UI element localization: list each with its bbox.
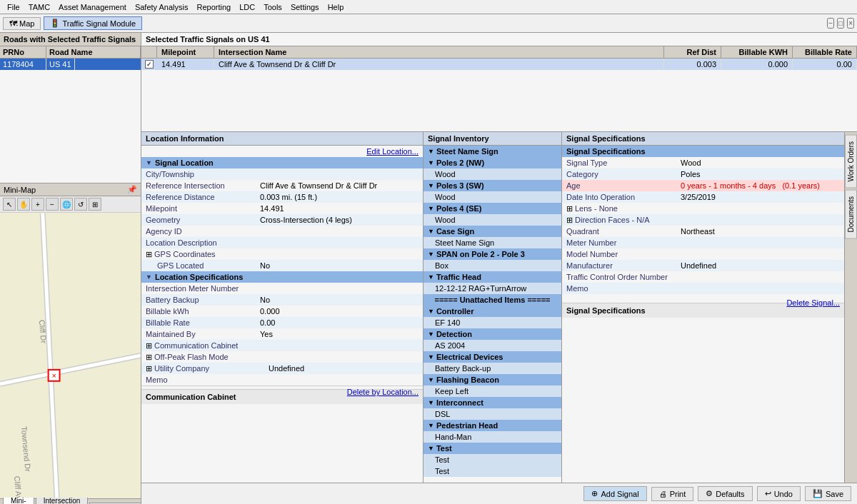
menu-help[interactable]: Help [324,1,349,13]
restore-button[interactable]: □ [837,18,844,29]
inventory-section[interactable]: ▼ Steet Name Sign [424,146,561,157]
edit-location-link[interactable]: Edit Location... [366,147,419,156]
menu-asset-management[interactable]: Asset Management [54,1,131,13]
battery-backup-label: Battery Backup [146,296,260,304]
inventory-item[interactable]: Wood [424,168,561,180]
menu-ldc[interactable]: LDC [235,1,259,13]
inventory-panel-scroll[interactable]: ▼ Steet Name Sign▼ Poles 2 (NW)Wood▼ Pol… [424,146,561,483]
defaults-button[interactable]: ⚙ Defaults [698,486,752,501]
inventory-section[interactable]: ▼ Test [424,443,561,454]
col-refdist: Ref Dist [664,46,721,58]
inventory-item[interactable]: Test [424,465,561,477]
signals-rate: 0.00 [793,59,857,70]
menu-file[interactable]: File [3,1,24,13]
signals-header: Selected Traffic Signals on US 41 [141,33,857,46]
location-specs-section[interactable]: ▼ Location Specifications [141,271,423,283]
undo-icon: ↩ [765,489,771,498]
inventory-item[interactable]: AS 2004 [424,340,561,351]
mini-map-tools: ↖ ✋ + − 🌐 ↺ ⊞ [0,196,141,213]
delete-location-link[interactable]: Delete by Location... [347,388,419,396]
add-signal-button[interactable]: ⊕ Add Signal [583,486,646,501]
roads-row[interactable]: 1178404 US 41 [0,59,141,70]
map-tool-globe[interactable]: 🌐 [60,198,73,211]
signals-checkbox[interactable] [141,59,157,70]
inventory-section[interactable]: ▼ Interconnect [424,397,561,408]
inventory-item[interactable]: Battery Back-up [424,363,561,374]
off-peak-label: Off-Peak Flash Mode [154,353,269,361]
menu-tools[interactable]: Tools [259,1,286,13]
signals-row[interactable]: 14.491 Cliff Ave & Townsend Dr & Cliff D… [141,59,857,70]
billable-kwh-value: 0.000 [260,307,419,316]
inventory-item[interactable]: Wood [424,214,561,226]
quadrant-value: Northeast [681,227,840,236]
category-row: Category Poles [562,168,844,180]
undo-button[interactable]: ↩ Undo [757,486,801,501]
main-container: Roads with Selected Traffic Signals PRNo… [0,33,857,504]
inventory-section[interactable]: ▼ Electrical Devices [424,351,561,363]
gps-coord-label: GPS Coordinates [154,250,269,258]
billable-rate-row: Billable Rate 0.00 [141,317,423,328]
milepoint-row: Milepoint 14.491 [141,203,423,214]
inventory-item[interactable]: Test [424,454,561,465]
off-peak-expand-icon: ⊞ [146,353,152,362]
checkbox-icon [145,60,154,69]
inventory-section[interactable]: ▼ Traffic Head [424,271,561,283]
menu-settings[interactable]: Settings [286,1,324,13]
inventory-section[interactable]: ▼ Poles 4 (SE) [424,203,561,214]
inventory-section[interactable]: ▼ Detection [424,328,561,340]
location-panel-header: Location Information [141,132,423,146]
inventory-item[interactable]: Steet Name Sign [424,237,561,248]
svg-text:×: × [51,371,56,380]
inventory-section[interactable]: ▼ Controller [424,306,561,317]
geometry-label: Geometry [146,216,260,224]
date-operation-value: 3/25/2019 [681,193,840,201]
inventory-item[interactable]: Wood [424,191,561,203]
inventory-section[interactable]: ▼ Pedestrian Head [424,420,561,431]
menu-safety-analysis[interactable]: Safety Analysis [131,1,193,13]
menu-reporting[interactable]: Reporting [192,1,235,13]
inventory-item[interactable]: Hand-Man [424,431,561,443]
map-tool-zoomin[interactable]: + [31,198,44,211]
delete-signal-link[interactable]: Delete Signal... [786,298,840,307]
gps-coord-row: ⊞ GPS Coordinates [141,248,423,260]
gps-located-value: No [260,261,419,270]
save-button[interactable]: 💾 Save [805,486,851,501]
minimize-button[interactable]: − [827,18,834,29]
inventory-section[interactable]: ▼ Poles 2 (NW) [424,157,561,168]
map-tool-refresh[interactable]: ↺ [74,198,87,211]
model-number-label: Model Number [566,250,681,258]
inventory-item[interactable]: EF 140 [424,317,561,328]
inventory-section[interactable]: ▼ Flashing Beacon [424,374,561,385]
traffic-signal-module-button[interactable]: 🚦 Traffic Signal Module [44,16,142,30]
map-tool-hand[interactable]: ✋ [17,198,30,211]
map-button[interactable]: 🗺 Map [3,17,41,30]
mini-map-canvas: Cliff Dr Townsend Dr Cliff Ave × [0,213,141,498]
billable-rate-label: Billable Rate [146,318,260,327]
inventory-section[interactable]: ▼ Case Sign [424,226,561,237]
map-tool-arrow[interactable]: ↖ [3,198,16,211]
inventory-item[interactable]: 12-12-12 RAG+TurnArrow [424,283,561,294]
age-value: 0 years - 1 months - 4 days (0.1 years) [681,181,840,190]
map-tool-zoomout[interactable]: − [46,198,59,211]
location-panel-scroll[interactable]: Edit Location... ▼ Signal Location City/… [141,146,423,483]
inventory-item[interactable]: Box [424,260,561,271]
inventory-item[interactable]: Keep Left [424,385,561,397]
geometry-row: Geometry Cross-Intersection (4 legs) [141,214,423,226]
inventory-section[interactable]: ▼ Poles 3 (SW) [424,180,561,191]
map-tool-layers[interactable]: ⊞ [89,198,101,211]
inventory-section[interactable]: ▼ SPAN on Pole 2 - Pole 3 [424,248,561,260]
signal-location-label: Signal Location [155,158,214,167]
bottom-tab-bar: Mini-Map Intersection P... Inspections [0,498,141,504]
signal-location-section[interactable]: ▼ Signal Location [141,157,423,168]
inventory-item[interactable]: DSL [424,408,561,420]
vtab-work-orders[interactable]: Work Orders [845,135,857,188]
signal-specs-section[interactable]: Signal Specifications [562,146,844,157]
vtab-documents[interactable]: Documents [845,190,857,239]
right-specs-scroll[interactable]: Signal Specifications Signal Type Wood C… [562,146,844,483]
menu-tamc[interactable]: TAMC [24,1,54,13]
memo-label: Memo [146,376,260,384]
close-button[interactable]: × [847,18,854,29]
svg-rect-0 [0,213,141,498]
print-button[interactable]: 🖨 Print [651,487,694,501]
mini-map-pin-icon[interactable]: 📌 [127,185,137,194]
